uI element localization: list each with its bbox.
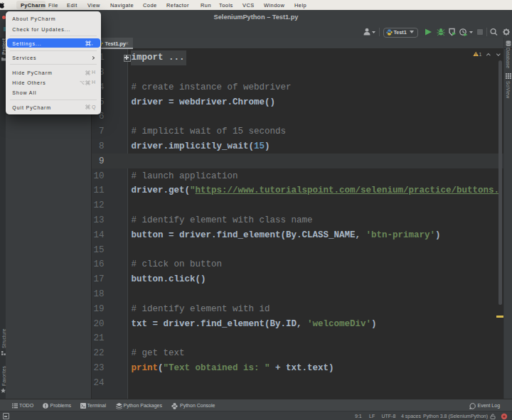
svg-text:1: 1 [479,52,482,57]
